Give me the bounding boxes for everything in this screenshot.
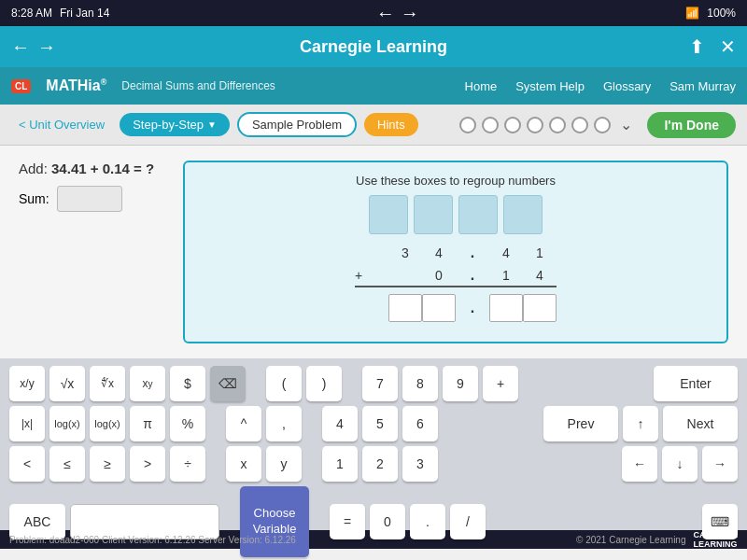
os-date: Fri Jan 14 <box>60 7 109 20</box>
unit-overview-btn[interactable]: < Unit Overview <box>11 114 112 135</box>
problem-text: Add: 34.41 + 0.14 = ? <box>19 161 168 176</box>
result-cell-1[interactable] <box>388 294 422 322</box>
os-nav[interactable]: ← → <box>376 3 419 24</box>
kb-3-btn[interactable]: 3 <box>402 446 438 482</box>
kb-prev-btn[interactable]: Prev <box>543 406 618 441</box>
kb-gte-btn[interactable]: ≥ <box>90 446 125 482</box>
progress-dot-2 <box>482 117 499 133</box>
regroup-cells <box>200 195 712 234</box>
status-right: © 2021 Carnegie Learning <box>576 535 685 545</box>
kb-9-btn[interactable]: 9 <box>443 366 478 401</box>
kb-enter-btn[interactable]: Enter <box>654 366 738 401</box>
sample-problem-btn[interactable]: Sample Problem <box>237 112 357 137</box>
kb-pi-btn[interactable]: π <box>130 406 165 441</box>
kb-log2-btn[interactable]: log(x) <box>90 406 125 441</box>
progress-dot-4 <box>527 117 543 133</box>
addend-row-2: + 0 . 1 4 <box>355 264 557 287</box>
kb-lte-btn[interactable]: ≤ <box>49 446 85 482</box>
kb-right-arrow-btn[interactable]: → <box>702 446 738 482</box>
progress-dot-1 <box>459 117 476 133</box>
progress-dot-5 <box>549 117 566 133</box>
app-forward-btn[interactable]: → <box>37 36 56 58</box>
keyboard-row-3: < ≤ ≥ > ÷ x y 1 2 3 ← ↓ → <box>9 446 738 482</box>
kb-8-btn[interactable]: 8 <box>402 366 438 401</box>
step-by-step-btn[interactable]: Step-by-Step ▼ <box>120 113 230 136</box>
kb-x-btn[interactable]: x <box>226 446 261 482</box>
kb-7-btn[interactable]: 7 <box>362 366 398 401</box>
battery-text: 100% <box>707 7 736 20</box>
wifi-icon: 📶 <box>685 7 699 20</box>
kb-lt-btn[interactable]: < <box>9 446 45 482</box>
problem-area: Add: 34.41 + 0.14 = ? Sum: <box>19 161 168 343</box>
im-done-btn[interactable]: I'm Done <box>647 112 736 138</box>
kb-dollar-btn[interactable]: $ <box>170 366 205 401</box>
kb-slash-btn[interactable]: / <box>450 504 486 539</box>
kb-plus-btn[interactable]: + <box>483 366 518 401</box>
chevron-down-icon: ▼ <box>207 119 217 130</box>
kb-4-btn[interactable]: 4 <box>322 406 358 441</box>
nav-system-help[interactable]: System Help <box>515 79 585 93</box>
kb-div-btn[interactable]: ÷ <box>170 446 205 482</box>
mathia-nav[interactable]: Home System Help Glossary Sam Murray <box>465 79 736 93</box>
mathia-subtitle: Decimal Sums and Differences <box>121 79 275 92</box>
kb-fraction-btn[interactable]: x/y <box>9 366 45 401</box>
kb-log1-btn[interactable]: log(x) <box>49 406 85 441</box>
close-btn[interactable]: ✕ <box>720 35 736 58</box>
kb-6-btn[interactable]: 6 <box>402 406 438 441</box>
kb-y-btn[interactable]: y <box>266 446 302 482</box>
kb-nthroot-btn[interactable]: ∜x <box>90 366 125 401</box>
chevron-up-icon[interactable]: ⌄ <box>620 116 632 133</box>
kb-rparen-btn[interactable]: ) <box>306 366 342 401</box>
main-content: Add: 34.41 + 0.14 = ? Sum: Use these box… <box>0 146 747 358</box>
kb-choose-variable-btn[interactable]: ChooseVariable <box>240 486 309 557</box>
result-cell-4[interactable] <box>523 294 557 322</box>
kb-caret-btn[interactable]: ^ <box>226 406 261 441</box>
progress-dot-6 <box>571 117 588 133</box>
kb-5-btn[interactable]: 5 <box>362 406 398 441</box>
regroup-cell-2 <box>414 195 453 234</box>
kb-equals-btn[interactable]: = <box>330 504 365 539</box>
nav-glossary[interactable]: Glossary <box>603 79 651 93</box>
os-back-btn[interactable]: ← <box>376 3 395 24</box>
os-forward-btn[interactable]: → <box>401 3 419 24</box>
kb-percent-btn[interactable]: % <box>170 406 205 441</box>
kb-up-arrow-btn[interactable]: ↑ <box>623 406 658 441</box>
result-cell-2[interactable] <box>422 294 456 322</box>
hints-btn[interactable]: Hints <box>364 113 418 136</box>
decimal-point: . <box>471 300 474 315</box>
kb-1-btn[interactable]: 1 <box>322 446 358 482</box>
kb-left-arrow-btn[interactable]: ← <box>622 446 657 482</box>
nav-home[interactable]: Home <box>465 79 498 93</box>
kb-comma-btn[interactable]: , <box>266 406 302 441</box>
addend-row-1: 3 4 . 4 1 <box>355 242 557 264</box>
regroup-title: Use these boxes to regroup numbers <box>200 174 712 188</box>
kb-lparen-btn[interactable]: ( <box>266 366 302 401</box>
kb-2-btn[interactable]: 2 <box>362 446 398 482</box>
status-left: Problem: doaad2-060 Client Version: 6.12… <box>9 535 296 545</box>
kb-decimal-btn[interactable]: . <box>410 504 445 539</box>
app-back-btn[interactable]: ← <box>11 36 30 58</box>
mathia-logo: CL <box>11 79 31 93</box>
sum-row: Sum: <box>19 186 168 212</box>
kb-0-btn[interactable]: 0 <box>370 504 405 539</box>
result-cell-3[interactable] <box>489 294 523 322</box>
kb-abs-btn[interactable]: |x| <box>9 406 45 441</box>
nav-user[interactable]: Sam Murray <box>669 79 736 93</box>
sum-label: Sum: <box>19 191 49 206</box>
regroup-cell-4 <box>503 195 543 234</box>
result-row[interactable]: . <box>355 290 557 322</box>
kb-down-arrow-btn[interactable]: ↓ <box>662 446 698 482</box>
sum-input[interactable] <box>57 186 122 212</box>
kb-next-btn[interactable]: Next <box>663 406 738 441</box>
keyboard-row-2: |x| log(x) log(x) π % ^ , 4 5 6 Prev ↑ N… <box>9 406 738 441</box>
kb-power-btn[interactable]: xy <box>130 366 165 401</box>
kb-delete-btn[interactable]: ⌫ <box>210 366 246 401</box>
carnegie-logo: CARNEGIELEARNING <box>693 530 738 549</box>
share-btn[interactable]: ⬆ <box>689 35 705 58</box>
kb-gt-btn[interactable]: > <box>130 446 165 482</box>
addition-table: 3 4 . 4 1 + 0 . 1 4 . <box>355 242 557 322</box>
regroup-box: Use these boxes to regroup numbers 3 4 .… <box>183 161 728 343</box>
keyboard-area: x/y √x ∜x xy $ ⌫ ( ) 7 8 9 + Enter |x| l… <box>0 358 747 530</box>
kb-sqrt-btn[interactable]: √x <box>49 366 85 401</box>
mathia-header: CL MATHia® Decimal Sums and Differences … <box>0 67 747 105</box>
